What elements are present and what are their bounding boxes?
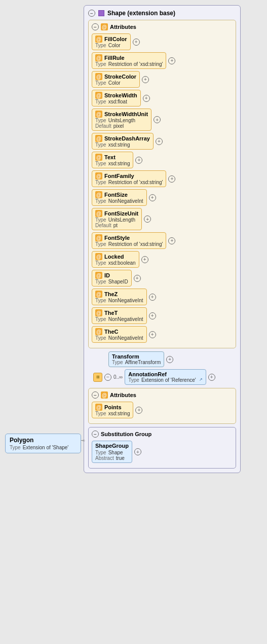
shapegroup-type-label: Type (95, 450, 106, 455)
strokecolor-expand[interactable]: + (142, 76, 149, 83)
annotation-ref-name: AnnotationRef (128, 371, 167, 377)
locked-expand[interactable]: + (141, 256, 148, 263)
attr-box-locked: @ Locked Type xsd:boolean (92, 251, 139, 268)
attributes-label-2: Attributes (110, 392, 136, 398)
fillrule-expand[interactable]: + (168, 57, 175, 64)
strokedasharray-expand[interactable]: + (156, 138, 163, 145)
points-type-label: Type (95, 411, 106, 416)
polygon-type-value: Extension of 'Shape' (23, 445, 69, 450)
thez-expand[interactable]: + (149, 294, 156, 301)
fontsizeunit-default-label: Default (95, 223, 111, 228)
attr-box-text: @ Text Type xsd:string (92, 152, 133, 168)
fontsizeunit-expand[interactable]: + (144, 216, 151, 223)
group-icon: ⊞ (93, 373, 102, 382)
fontfamily-name: FontFamily (104, 173, 134, 179)
attr-row-fontsizeunit: @ FontSizeUnit Type UnitsLength Default … (92, 208, 233, 230)
at-id: @ (95, 272, 102, 279)
at-points: @ (95, 404, 102, 411)
connector-row-transform: Transform Type AffineTransform + (88, 351, 236, 367)
attr-box-fillrule: @ FillRule Type Restriction of 'xsd:stri… (92, 52, 166, 69)
connector-arrow: ○ (84, 440, 84, 441)
attributes-collapse-1[interactable]: − (92, 23, 99, 30)
thez-name: TheZ (104, 291, 118, 297)
attributes-section-2: − @ Attributes @ Points Type xsd:string … (88, 388, 236, 424)
text-expand[interactable]: + (135, 157, 142, 164)
annotation-group-collapse[interactable]: − (104, 374, 111, 381)
points-expand[interactable]: + (135, 407, 142, 414)
strokewidthunit-expand[interactable]: + (154, 116, 161, 123)
attributes-section-1: − @ Attributes @ FillColor Type Color + (88, 20, 236, 348)
substitution-group-section: − Substitution Group ShapeGroup Type Sha… (88, 427, 236, 469)
fontfamily-expand[interactable]: + (168, 175, 175, 183)
link-icon: ↗ (199, 377, 203, 383)
attr-row-fillcolor: @ FillColor Type Color + (92, 33, 233, 50)
fontstyle-type-value: Restriction of 'xsd:string' (108, 241, 163, 247)
thec-type-value: NonNegativeInt (108, 335, 143, 341)
attr-row-fontfamily: @ FontFamily Type Restriction of 'xsd:st… (92, 170, 233, 187)
thez-type-value: NonNegativeInt (108, 298, 143, 303)
id-name: ID (104, 272, 110, 278)
attr-box-fontfamily: @ FontFamily Type Restriction of 'xsd:st… (92, 170, 166, 187)
strokewidth-type-value: xsd:float (108, 99, 127, 104)
locked-name: Locked (104, 254, 124, 260)
attr-row-strokedasharray: @ StrokeDashArray Type xsd:string + (92, 133, 233, 150)
thec-expand[interactable]: + (149, 331, 156, 338)
id-expand[interactable]: + (134, 275, 141, 282)
at-strokecolor: @ (95, 73, 102, 80)
attr-box-strokecolor: @ StrokeColor Type Color (92, 71, 140, 88)
fontsizeunit-type-label: Type (95, 217, 106, 223)
attr-box-points: @ Points Type xsd:string (92, 402, 133, 418)
attr-box-thet: @ TheT Type NonNegativeInt (92, 307, 147, 324)
subst-collapse[interactable]: − (92, 431, 99, 438)
polygon-name: Polygon (10, 437, 77, 444)
thet-expand[interactable]: + (149, 312, 156, 319)
text-type-value: xsd:string (108, 161, 130, 166)
fillcolor-expand[interactable]: + (133, 39, 140, 46)
at-strokewidth: @ (95, 92, 102, 99)
annotation-ref-expand[interactable]: + (208, 374, 215, 381)
fillcolor-type-value: Color (108, 43, 121, 48)
attr-box-strokedasharray: @ StrokeDashArray Type xsd:string (92, 133, 154, 150)
fontsize-expand[interactable]: + (149, 194, 156, 201)
strokedasharray-type-value: xsd:string (108, 142, 130, 148)
at-thet: @ (95, 309, 102, 316)
points-name: Points (104, 404, 122, 410)
diagram-container: − Shape (extension base) − @ Attributes … (5, 5, 262, 639)
at-thec: @ (95, 328, 102, 335)
strokecolor-name: StrokeColor (104, 74, 136, 80)
transform-expand[interactable]: + (166, 356, 173, 363)
attr-row-strokecolor: @ StrokeColor Type Color + (92, 71, 233, 88)
transform-type-label: Type (112, 360, 123, 365)
strokewidthunit-type-label: Type (95, 118, 106, 123)
shapegroup-name-line: ShapeGroup (95, 443, 129, 449)
attr-box-thec: @ TheC Type NonNegativeInt (92, 326, 147, 343)
shape-collapse-button[interactable]: − (88, 10, 95, 17)
fontsizeunit-type-value: UnitsLength (108, 217, 135, 223)
attr-row-strokewidth: @ StrokeWidth Type xsd:float + (92, 90, 233, 106)
strokedasharray-type-label: Type (95, 142, 106, 148)
strokecolor-type-label: Type (95, 80, 106, 86)
shapegroup-abstract-value: true (116, 455, 125, 461)
strokewidthunit-name: StrokeWidthUnit (104, 111, 148, 117)
at-fillcolor: @ (95, 35, 102, 43)
attributes-collapse-2[interactable]: − (92, 391, 99, 399)
fontfamily-type-value: Restriction of 'xsd:string' (108, 180, 163, 185)
points-type-value: xsd:string (108, 411, 130, 416)
strokewidth-expand[interactable]: + (143, 95, 150, 102)
shapegroup-type-value: Shape (108, 450, 123, 455)
shape-header: − Shape (extension base) (88, 10, 236, 17)
shape-icon (98, 10, 104, 16)
fillcolor-type-label: Type (95, 43, 106, 48)
thet-type-value: NonNegativeInt (108, 316, 143, 322)
fontstyle-expand[interactable]: + (168, 237, 175, 244)
strokewidth-name: StrokeWidth (104, 92, 137, 98)
at-fillrule: @ (95, 54, 102, 61)
attr-row-strokewidthunit: @ StrokeWidthUnit Type UnitsLength Defau… (92, 109, 233, 131)
attr-row-shapegroup: ShapeGroup Type Shape Abstract true + (92, 441, 233, 463)
shapegroup-expand[interactable]: + (134, 448, 141, 455)
at-fontsize: @ (95, 191, 102, 198)
shapegroup-name: ShapeGroup (95, 443, 129, 449)
attr-row-fontsize: @ FontSize Type NonNegativeInt + (92, 189, 233, 206)
fillrule-name: FillRule (104, 55, 125, 61)
fontsize-name: FontSize (104, 192, 128, 198)
